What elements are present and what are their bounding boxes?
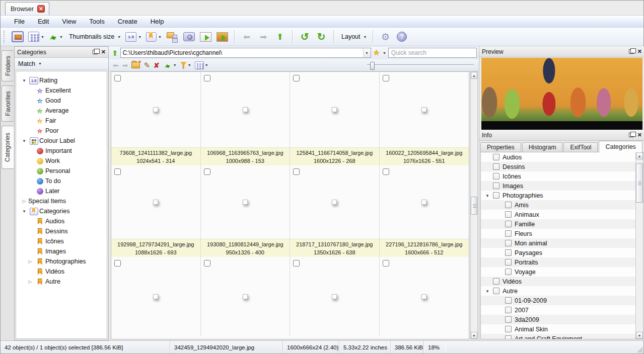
category-row-animal-skin[interactable]: Animal Skin (481, 324, 643, 334)
categories-button[interactable]: ▼ (145, 30, 163, 44)
category-row-01-09-2009[interactable]: 01-09-2009 (481, 296, 643, 305)
checkbox[interactable] (493, 173, 499, 180)
scrollbar-thumb[interactable] (471, 197, 477, 215)
tab-categories[interactable]: Categories (599, 141, 642, 152)
fullscreen-button[interactable] (11, 30, 25, 44)
info-scrollbar[interactable]: ▲ ▼ (635, 152, 643, 339)
match-dropdown[interactable]: Match ▼ (15, 58, 108, 70)
thumbnail-checkbox[interactable] (204, 75, 210, 81)
tree-item-icones[interactable]: Icônes (16, 236, 107, 246)
delete-button[interactable]: ✘ (154, 62, 160, 69)
tree-item-later[interactable]: Later (16, 186, 107, 196)
thumbnail-cell[interactable]: 106968_1163965763_large.jpg1000x988 - 15… (201, 72, 291, 165)
tab-histogram[interactable]: Histogram (522, 142, 563, 152)
thumbnail-image[interactable] (332, 200, 337, 205)
thumbnail-cell[interactable] (380, 257, 469, 336)
scrollbar-thumb[interactable] (636, 163, 643, 203)
category-row-videos[interactable]: Vidéos (481, 277, 643, 286)
collapse-icon[interactable]: ▾ (20, 138, 28, 143)
close-panel-icon[interactable]: ✕ (101, 49, 106, 55)
thumbnail-checkbox[interactable] (293, 75, 300, 81)
tree-item-important[interactable]: Important (16, 146, 107, 156)
back-button[interactable]: ⬅ (240, 30, 254, 44)
thumbnail-checkbox[interactable] (204, 260, 210, 267)
thumbnail-checkbox[interactable] (293, 168, 300, 175)
chevron-down-icon[interactable]: ▼ (383, 51, 386, 55)
category-row-dessins[interactable]: Dessins (481, 162, 643, 171)
sort-button[interactable]: ▼ (48, 30, 64, 44)
float-panel-icon[interactable] (93, 50, 98, 54)
thumbnail-image[interactable] (243, 294, 248, 299)
thumbnail-checkbox[interactable] (383, 168, 389, 175)
path-dropdown-icon[interactable]: ▼ (363, 48, 371, 57)
thumbnail-image[interactable] (243, 107, 248, 112)
checkbox[interactable] (505, 230, 512, 237)
collapse-icon[interactable]: ▾ (485, 289, 490, 294)
thumbnail-checkbox[interactable] (293, 260, 300, 267)
thumbnail-checkbox[interactable] (383, 75, 389, 81)
category-row-fleurs[interactable]: Fleurs (481, 229, 643, 238)
settings-button[interactable]: ⚙ (378, 30, 392, 44)
rename-button[interactable]: ✎ (144, 61, 150, 69)
checkbox[interactable] (505, 249, 512, 256)
expand-icon[interactable]: ▷ (26, 259, 34, 264)
category-row-amis[interactable]: Amis (481, 200, 643, 210)
thumbnail-checkbox[interactable] (114, 75, 121, 81)
checkbox[interactable] (505, 335, 512, 339)
rotate-ccw-button[interactable]: ↺ (298, 30, 312, 44)
checkbox[interactable] (493, 183, 499, 189)
tree-item-colour-label[interactable]: ▾ Colour Label (16, 136, 107, 146)
grid-view-button[interactable]: ▼ (195, 61, 208, 69)
thumbnail-checkbox[interactable] (114, 260, 121, 267)
thumbnail-checkbox[interactable] (383, 260, 389, 267)
tree-item-personal[interactable]: Personal (16, 166, 107, 176)
tree-item-todo[interactable]: To do (16, 176, 107, 186)
view-mode-button[interactable]: ▼ (27, 30, 45, 44)
checkbox[interactable] (505, 240, 512, 246)
expand-icon[interactable]: ▷ (20, 199, 28, 204)
thumbnail-image[interactable] (153, 294, 158, 299)
tree-item-average[interactable]: ★3 Average (16, 106, 107, 116)
checkbox[interactable] (505, 326, 512, 332)
sidebar-tab-folders[interactable]: Folders (2, 50, 14, 81)
up-button[interactable]: ⬆ (273, 30, 287, 44)
quick-search-input[interactable] (388, 48, 477, 58)
category-row-audios[interactable]: Audios (481, 152, 643, 162)
favorites-star-icon[interactable]: ★ (373, 49, 380, 57)
grid-scrollbar[interactable]: ▲ ▼ (470, 71, 478, 339)
tree-item-good[interactable]: ★4 Good (16, 96, 107, 106)
rating-button[interactable]: 1-5▼ (124, 30, 142, 44)
category-row-images[interactable]: Images (481, 181, 643, 191)
tab-browser[interactable]: Browser ✕ (5, 2, 49, 15)
thumbnail-cell[interactable] (111, 257, 201, 336)
tree-item-work[interactable]: Work (16, 156, 107, 166)
tree-item-autre[interactable]: ▷ Autre (16, 277, 107, 287)
slider-knob[interactable] (370, 62, 375, 70)
checkbox[interactable] (493, 278, 499, 285)
sidebar-tab-categories[interactable]: Categories (2, 126, 14, 169)
menu-file[interactable]: File (8, 16, 31, 27)
checkbox[interactable] (505, 202, 512, 208)
thumbnail-cell[interactable]: 73608_1241111382_large.jpg1024x541 - 314 (111, 72, 201, 165)
tab-close-icon[interactable]: ✕ (37, 5, 45, 13)
thumbnail-image[interactable] (421, 107, 426, 112)
tree-item-excellent[interactable]: ★5 Excellent (16, 85, 107, 96)
category-row-mon-animal[interactable]: Mon animal (481, 238, 643, 248)
checkbox[interactable] (505, 297, 512, 304)
sidebar-tab-favorites[interactable]: Favorites (2, 85, 14, 122)
scroll-up-icon[interactable]: ▲ (636, 152, 643, 159)
category-row-famille[interactable]: Famille (481, 219, 643, 229)
sort-order-button[interactable]: ▼ (163, 60, 177, 70)
thumbnail-image[interactable] (421, 294, 426, 299)
category-row-animaux[interactable]: Animaux (481, 210, 643, 219)
thumbnail-image[interactable] (153, 107, 158, 112)
layout-button[interactable]: Layout▼ (339, 30, 368, 44)
menu-tools[interactable]: Tools (83, 16, 111, 27)
tree-item-videos[interactable]: Vidéos (16, 267, 107, 277)
thumbnail-image[interactable] (153, 200, 158, 205)
thumbnail-checkbox[interactable] (204, 168, 210, 175)
category-row-icones[interactable]: Icônes (481, 171, 643, 181)
thumbnail-image[interactable] (332, 294, 337, 299)
checkbox[interactable] (505, 221, 512, 227)
path-combobox[interactable]: ▼ (120, 48, 371, 58)
